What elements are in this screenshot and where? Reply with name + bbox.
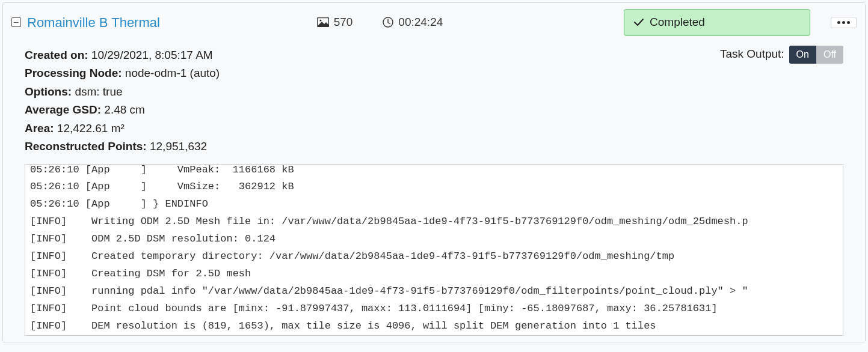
task-details: Created on: 10/29/2021, 8:05:17 AM Proce…	[3, 42, 865, 342]
detail-options: Options: dsm: true	[25, 83, 720, 101]
task-output-label: Task Output:	[720, 46, 784, 63]
check-icon	[634, 18, 644, 26]
processing-node-label: Processing Node:	[25, 67, 122, 79]
detail-recon-points: Reconstructed Points: 12,951,632	[25, 138, 720, 156]
created-on-value: 10/29/2021, 8:05:17 AM	[91, 49, 213, 61]
task-output-toggle: Task Output: On Off	[720, 46, 843, 64]
avg-gsd-label: Average GSD:	[25, 103, 101, 116]
options-value: dsm: true	[75, 85, 122, 98]
area-label: Area:	[25, 122, 54, 135]
detail-processing-node: Processing Node: node-odm-1 (auto)	[25, 65, 720, 82]
console-text[interactable]: 05:26:10 [App ] VmPeak: 1166168 kB 05:26…	[25, 165, 843, 335]
status-label: Completed	[650, 14, 705, 31]
image-icon	[317, 17, 329, 27]
task-panel: Romainville B Thermal 570 00:24:24 Compl…	[2, 2, 866, 342]
console-output: 05:26:10 [App ] VmPeak: 1166168 kB 05:26…	[25, 164, 843, 336]
area-value: 12,422.61 m²	[57, 122, 125, 135]
duration-value: 00:24:24	[398, 14, 443, 31]
detail-created-on: Created on: 10/29/2021, 8:05:17 AM	[25, 47, 720, 64]
detail-avg-gsd: Average GSD: 2.48 cm	[25, 102, 720, 119]
task-title-link[interactable]: Romainville B Thermal	[27, 13, 160, 32]
image-count-value: 570	[334, 14, 353, 31]
clock-icon	[383, 17, 393, 28]
collapse-toggle[interactable]	[11, 17, 21, 27]
svg-point-1	[319, 20, 321, 22]
ellipsis-icon	[837, 21, 840, 24]
status-badge: Completed	[624, 9, 810, 36]
recon-points-label: Reconstructed Points:	[25, 140, 147, 153]
task-header: Romainville B Thermal 570 00:24:24 Compl…	[3, 3, 865, 42]
duration-stat: 00:24:24	[383, 14, 443, 31]
processing-node-value: node-odm-1 (auto)	[125, 67, 220, 79]
output-on-button[interactable]: On	[789, 46, 816, 64]
minus-icon	[14, 22, 19, 23]
recon-points-value: 12,951,632	[150, 140, 207, 153]
avg-gsd-value: 2.48 cm	[104, 103, 145, 116]
output-off-button[interactable]: Off	[816, 46, 843, 64]
image-count-stat: 570	[317, 14, 353, 31]
task-menu-button[interactable]	[831, 17, 857, 28]
detail-area: Area: 12,422.61 m²	[25, 120, 720, 138]
created-on-label: Created on:	[25, 49, 88, 61]
options-label: Options:	[25, 85, 72, 98]
